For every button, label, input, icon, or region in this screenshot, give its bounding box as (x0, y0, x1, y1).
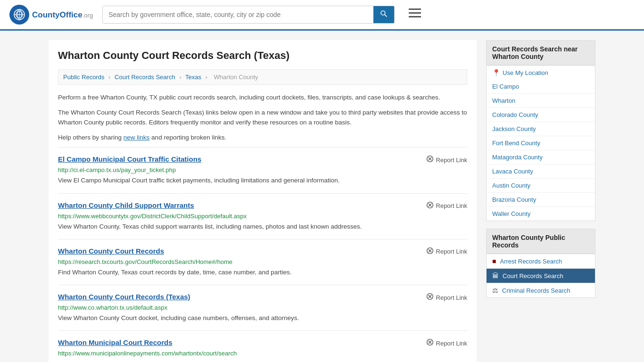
nearby-list-item: Matagorda County (487, 150, 595, 165)
use-location-link[interactable]: Use My Location (503, 69, 548, 76)
svg-rect-7 (409, 8, 421, 10)
result-url-1[interactable]: https://www.webbcountytx.gov/DistrictCle… (58, 213, 467, 220)
nearby-link-9[interactable]: Waller County (492, 210, 530, 217)
logo-icon (9, 5, 29, 25)
result-title-3[interactable]: Wharton County Court Records (Texas) (58, 293, 190, 301)
search-bar (102, 6, 395, 24)
nearby-links-list: El CampoWhartonColorado CountyJackson Co… (487, 80, 595, 221)
nearby-list-item: Lavaca County (487, 165, 595, 179)
nearby-link-0[interactable]: El Campo (492, 83, 519, 90)
logo[interactable]: CountyOffice.org (9, 5, 93, 25)
nearby-link-3[interactable]: Jackson County (492, 125, 536, 132)
nearby-list-item: Waller County (487, 207, 595, 221)
result-title-4[interactable]: Wharton Municipal Court Records (58, 338, 173, 346)
breadcrumb-texas[interactable]: Texas (185, 74, 201, 81)
logo-wordmark: CountyOffice.org (32, 10, 93, 20)
svg-point-5 (381, 11, 385, 15)
result-item: Wharton County Court Records (Texas) Rep… (58, 285, 467, 330)
nearby-list-item: Jackson County (487, 122, 595, 136)
result-title-0[interactable]: El Campo Municipal Court Traffic Citatio… (58, 155, 201, 163)
result-desc-1: View Wharton County, Texas child support… (58, 222, 467, 231)
result-title-2[interactable]: Wharton County Court Records (58, 247, 164, 255)
sidebar: Court Records Search near Wharton County… (486, 40, 595, 362)
result-item: Wharton County Child Support Warrants Re… (58, 193, 467, 239)
menu-icon[interactable] (409, 8, 421, 21)
result-url-4[interactable]: https://www.municipalonlinepayments.com/… (58, 350, 467, 357)
search-input[interactable] (103, 6, 373, 23)
result-url-2[interactable]: https://research.txcourts.gov/CourtRecor… (58, 258, 467, 265)
nearby-header: Court Records Search near Wharton County (487, 41, 595, 66)
nearby-list-item: Wharton (487, 94, 595, 108)
pub-record-item-0[interactable]: ■Arrest Records Search (487, 254, 595, 269)
report-link-3[interactable]: Report Link (426, 293, 467, 302)
search-button[interactable] (373, 6, 394, 23)
pub-record-item-2[interactable]: ⚖Criminal Records Search (487, 283, 595, 297)
results-list: El Campo Municipal Court Traffic Citatio… (58, 147, 467, 362)
pub-record-link-2[interactable]: Criminal Records Search (502, 287, 570, 294)
content-area: Wharton County Court Records Search (Tex… (49, 40, 477, 362)
breadcrumb-current: Wharton County (214, 74, 258, 81)
result-url-0[interactable]: http://ci.el-campo.tx.us/pay_your_ticket… (58, 166, 467, 173)
pub-record-link-0[interactable]: Arrest Records Search (500, 258, 562, 265)
report-link-2[interactable]: Report Link (426, 247, 467, 256)
nearby-section: Court Records Search near Wharton County… (486, 40, 595, 221)
report-link-0[interactable]: Report Link (426, 155, 467, 165)
description-1: Perform a free Wharton County, TX public… (58, 92, 467, 103)
svg-line-6 (385, 15, 387, 16)
nearby-list-item: Brazoria County (487, 193, 595, 207)
pub-record-icon-0: ■ (492, 257, 496, 265)
nearby-list-item: Colorado County (487, 108, 595, 122)
use-location-item[interactable]: 📍 Use My Location (487, 66, 595, 80)
public-records-list: ■Arrest Records Search🏛Court Records Sea… (487, 254, 595, 297)
location-icon: 📍 (492, 69, 500, 76)
svg-rect-9 (409, 16, 421, 17)
result-item: Wharton County Court Records Report Link… (58, 239, 467, 285)
nearby-link-8[interactable]: Brazoria County (492, 196, 536, 203)
result-item: El Campo Municipal Court Traffic Citatio… (58, 147, 467, 193)
nearby-list-item: El Campo (487, 80, 595, 94)
pub-record-link-1[interactable]: Court Records Search (503, 272, 563, 280)
nearby-list-item: Austin County (487, 179, 595, 193)
report-icon-4 (426, 338, 434, 348)
result-url-3[interactable]: http://www.co.wharton.tx.us/default.aspx (58, 304, 467, 311)
svg-rect-8 (409, 12, 421, 14)
description-3: Help others by sharing new links and rep… (58, 132, 467, 143)
report-link-4[interactable]: Report Link (426, 338, 467, 348)
report-icon-0 (426, 155, 434, 165)
breadcrumb: Public Records › Court Records Search › … (58, 69, 467, 85)
pub-record-item-1[interactable]: 🏛Court Records Search (487, 269, 595, 283)
pub-record-icon-2: ⚖ (492, 287, 498, 294)
pub-record-icon-1: 🏛 (492, 272, 499, 280)
site-header: CountyOffice.org (0, 0, 644, 31)
report-icon-3 (426, 293, 434, 302)
result-desc-2: Find Wharton County, Texas court records… (58, 268, 467, 277)
result-desc-3: View Wharton County Court docket, includ… (58, 313, 467, 323)
result-desc-0: View El Campo Municipal Court traffic ti… (58, 176, 467, 185)
description-2: The Wharton County Court Records Search … (58, 107, 467, 128)
page-title: Wharton County Court Records Search (Tex… (58, 49, 467, 62)
result-item: Wharton Municipal Court Records Report L… (58, 330, 467, 362)
nearby-link-4[interactable]: Fort Bend County (492, 140, 540, 147)
nearby-link-1[interactable]: Wharton (492, 97, 515, 104)
main-container: Wharton County Court Records Search (Tex… (39, 31, 605, 362)
nearby-link-2[interactable]: Colorado County (492, 111, 538, 118)
nearby-link-6[interactable]: Lavaca County (492, 168, 533, 175)
nearby-link-7[interactable]: Austin County (492, 182, 530, 189)
report-link-1[interactable]: Report Link (426, 201, 467, 211)
result-title-1[interactable]: Wharton County Child Support Warrants (58, 201, 194, 209)
public-records-section: Wharton County Public Records ■Arrest Re… (486, 229, 595, 298)
breadcrumb-public-records[interactable]: Public Records (63, 74, 104, 81)
nearby-list: 📍 Use My Location (487, 66, 595, 80)
nearby-link-5[interactable]: Matagorda County (492, 154, 543, 161)
breadcrumb-court-records[interactable]: Court Records Search (115, 74, 175, 81)
report-icon-1 (426, 201, 434, 211)
new-links-link[interactable]: new links (124, 134, 150, 141)
public-records-header: Wharton County Public Records (487, 229, 595, 254)
report-icon-2 (426, 247, 434, 256)
nearby-list-item: Fort Bend County (487, 136, 595, 150)
